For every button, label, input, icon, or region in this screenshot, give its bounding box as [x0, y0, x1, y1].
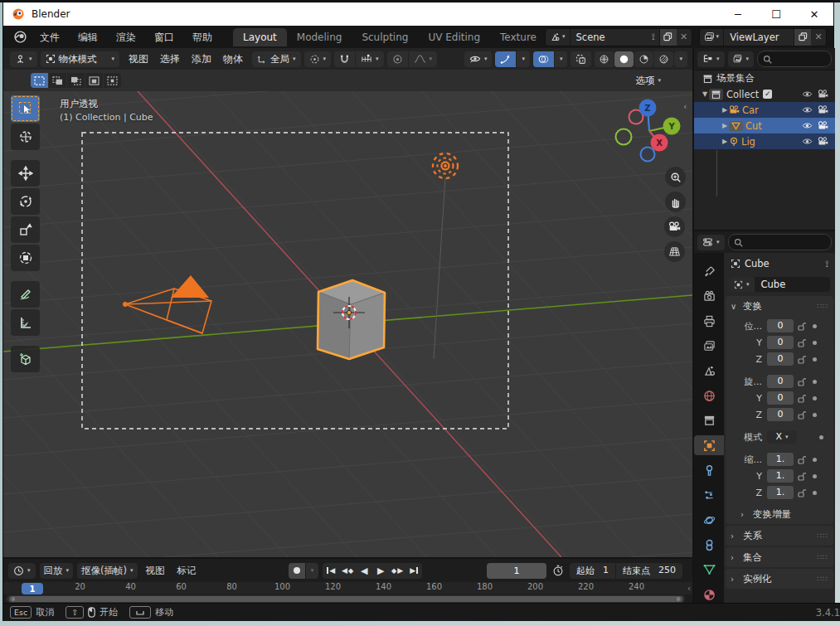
proportional-edit-toggle[interactable]: [387, 51, 408, 67]
value-field[interactable]: 0: [767, 336, 794, 349]
transform-panel-header[interactable]: ∨ 变换 ∷∷: [726, 298, 833, 314]
value-field[interactable]: 1.: [767, 453, 794, 466]
value-field[interactable]: 0: [767, 408, 794, 421]
tab-world[interactable]: [694, 386, 724, 405]
lock-icon[interactable]: [798, 410, 806, 420]
editor-type-dropdown[interactable]: ▾: [10, 51, 37, 67]
workspace-tab[interactable]: Sculpting: [352, 28, 418, 46]
pan-hand-button[interactable]: [665, 192, 686, 212]
tab-modifiers[interactable]: [694, 460, 724, 480]
tool-scale[interactable]: [11, 216, 40, 243]
prev-keyframe-button[interactable]: ◀◆: [339, 563, 356, 579]
collection-color-button[interactable]: [709, 89, 723, 100]
lock-icon[interactable]: [798, 472, 806, 481]
mode-dropdown[interactable]: 物体模式 ▾: [41, 51, 120, 67]
animate-dot[interactable]: [813, 380, 817, 384]
animate-dot[interactable]: [813, 413, 817, 417]
next-keyframe-button[interactable]: ◆▶: [389, 563, 405, 579]
value-field[interactable]: 1.: [767, 469, 794, 483]
animate-dot[interactable]: [819, 435, 823, 439]
eye-icon[interactable]: [802, 90, 813, 99]
shading-material-button[interactable]: [634, 51, 653, 67]
collection-checkbox[interactable]: ✓: [763, 90, 772, 99]
camera-visibility-icon[interactable]: [818, 90, 828, 99]
play-reverse-button[interactable]: ◀: [356, 563, 372, 579]
menu-item[interactable]: 窗口: [145, 27, 183, 48]
camera-view-button[interactable]: [664, 216, 685, 237]
show-overlays-toggle[interactable]: [533, 51, 554, 67]
snap-toggle[interactable]: [334, 51, 355, 67]
tool-move[interactable]: [11, 160, 40, 187]
outliner-search-input[interactable]: [757, 51, 832, 67]
close-button[interactable]: ✕: [795, 2, 833, 26]
select-subtract-button[interactable]: [67, 73, 85, 88]
viewport-menu-item[interactable]: 选择: [154, 52, 186, 66]
animate-dot[interactable]: [813, 324, 817, 328]
new-scene-button[interactable]: [659, 29, 677, 46]
current-frame-field[interactable]: 1: [487, 563, 546, 579]
workspace-tab[interactable]: Layout: [233, 28, 287, 46]
select-extend-button[interactable]: [49, 73, 66, 88]
ortho-toggle-button[interactable]: [664, 241, 685, 262]
collection-row[interactable]: ▼ Collect ✓: [694, 86, 835, 102]
camera-object[interactable]: [123, 275, 211, 333]
animate-dot[interactable]: [813, 357, 817, 362]
eye-icon[interactable]: [802, 121, 813, 130]
jump-to-start-button[interactable]: ◀: [323, 563, 339, 579]
options-dropdown[interactable]: 选项 ▾: [630, 73, 666, 89]
eye-icon[interactable]: [802, 105, 813, 114]
lock-icon[interactable]: [798, 322, 806, 331]
playback-menu[interactable]: 回放▾: [40, 563, 74, 579]
auto-keying-dropdown[interactable]: ▾: [306, 563, 319, 579]
value-field[interactable]: 0: [767, 391, 794, 405]
collections-panel[interactable]: ›集合∷∷: [726, 547, 833, 567]
lock-icon[interactable]: [798, 338, 806, 347]
instancing-panel[interactable]: ›实例化∷∷: [726, 569, 833, 589]
expand-icon[interactable]: ▶: [721, 106, 729, 114]
tool-transform[interactable]: [11, 245, 40, 271]
expand-icon[interactable]: ▶: [721, 122, 729, 129]
minimize-button[interactable]: ─: [719, 2, 757, 26]
camera-visibility-icon[interactable]: [818, 105, 828, 114]
blender-menu-icon[interactable]: [13, 30, 27, 44]
gizmo-dropdown[interactable]: ▾: [517, 51, 530, 67]
outliner-editor-dropdown[interactable]: ▾: [697, 51, 725, 67]
viewlayer-browse-button[interactable]: ▾: [700, 29, 725, 46]
sidebar-toggle-arrow[interactable]: ‹: [683, 101, 687, 112]
tab-particles[interactable]: [694, 485, 724, 505]
collapse-icon[interactable]: ▼: [701, 90, 709, 98]
gizmo-neg-y-ball[interactable]: [616, 129, 632, 145]
workspace-tab[interactable]: Modeling: [287, 28, 352, 46]
end-frame-field[interactable]: 结束点 250: [616, 565, 682, 577]
tab-scene[interactable]: [694, 361, 724, 381]
menu-item[interactable]: 文件: [31, 27, 69, 48]
viewport-menu-item[interactable]: 添加: [186, 52, 217, 66]
outliner-row-light[interactable]: ▶ Lig: [694, 133, 835, 149]
tab-physics[interactable]: [694, 510, 724, 530]
animate-dot[interactable]: [813, 491, 817, 495]
object-id-dropdown[interactable]: ▾: [729, 277, 755, 292]
workspace-tab[interactable]: Texture Paint: [490, 28, 537, 46]
snap-settings-dropdown[interactable]: ▾: [356, 51, 384, 67]
outliner-row-cube[interactable]: ▶ Cut: [694, 118, 835, 133]
properties-editor-dropdown[interactable]: ▾: [697, 235, 725, 250]
keying-menu[interactable]: 抠像(插帧)▾: [77, 563, 138, 579]
use-preview-range-toggle[interactable]: [551, 563, 566, 579]
show-gizmo-toggle[interactable]: [495, 51, 516, 67]
tab-material[interactable]: [694, 585, 724, 604]
animate-dot[interactable]: [813, 396, 817, 400]
expand-icon[interactable]: ▶: [721, 138, 729, 145]
shading-wireframe-button[interactable]: [595, 51, 614, 67]
select-new-button[interactable]: [31, 73, 48, 88]
scene-collection-row[interactable]: 场景集合: [694, 70, 835, 86]
shading-dropdown[interactable]: ▾: [674, 51, 687, 67]
lock-icon[interactable]: [798, 355, 806, 364]
panel-grip[interactable]: ∷∷: [818, 531, 828, 540]
camera-visibility-icon[interactable]: [818, 137, 828, 146]
navigation-gizmo[interactable]: Z Y X: [616, 99, 681, 162]
tool-add-cube[interactable]: [11, 346, 40, 372]
pin-icon[interactable]: ⟟: [652, 32, 659, 42]
select-intersect-button[interactable]: [104, 73, 121, 88]
tab-constraints[interactable]: [694, 535, 724, 555]
delta-transform-header[interactable]: › 变换增量: [726, 506, 833, 522]
